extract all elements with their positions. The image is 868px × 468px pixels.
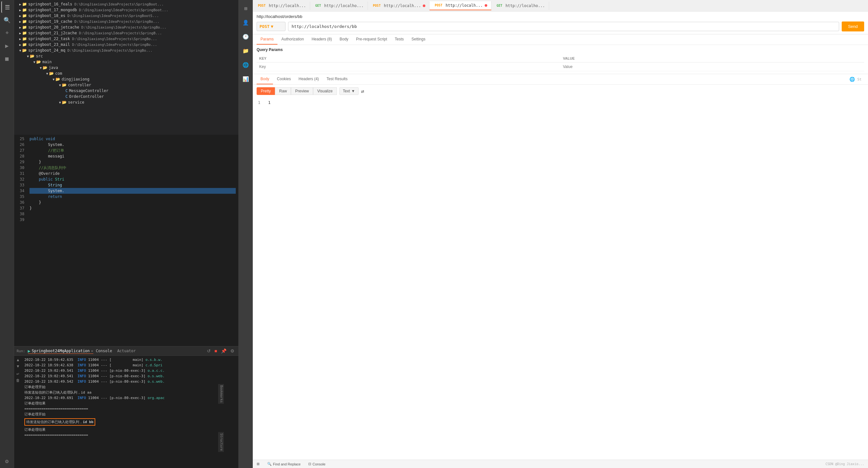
pm-res-tab-headers[interactable]: Headers (4) <box>295 74 323 84</box>
item-path: D:\DingJiaxiong\IdeaProjects\SpringB... <box>77 31 162 35</box>
pm-icon-collections[interactable]: 📁 <box>240 45 251 57</box>
tree-item-com[interactable]: ▼ 📂 com <box>14 70 238 76</box>
pm-tab-4[interactable]: GET http://localho... <box>491 2 549 10</box>
run-restart-btn[interactable]: ↺ <box>206 348 212 354</box>
pm-value-cell[interactable] <box>560 63 864 71</box>
tree-arrow: ▶ <box>19 31 21 35</box>
sidebar-icon-search[interactable]: 🔍 <box>1 14 13 26</box>
tree-item-java[interactable]: ▼ 📂 java <box>14 65 238 70</box>
tree-item-feals[interactable]: ▶ 📁 springboot_16_feals D:\DingJiaxiong\… <box>14 1 238 7</box>
pm-res-tab-cookies[interactable]: Cookies <box>273 74 294 84</box>
tree-item-OrderController[interactable]: C OrderController <box>14 94 238 99</box>
pm-req-tab-auth[interactable]: Authorization <box>277 34 308 44</box>
pm-icon-new[interactable]: ⊞ <box>240 3 251 14</box>
sidebar-icon-debug[interactable]: ▶ <box>1 40 13 51</box>
pm-request-tabs: Params Authorization Headers (8) Body Pr… <box>253 34 868 45</box>
pm-icon-environments[interactable]: 🌐 <box>240 59 251 70</box>
pm-send-button[interactable]: Send <box>842 22 864 31</box>
tree-item-service[interactable]: ▼ 📂 service <box>14 99 238 105</box>
tree-item-mail[interactable]: ▶ 📁 springboot_23_mail D:\DingJiaxiong\I… <box>14 42 238 48</box>
pm-tab-dot-3 <box>485 4 487 7</box>
run-stop-btn[interactable]: ■ <box>213 348 218 354</box>
pm-tab-url-4: http://localho... <box>505 3 545 8</box>
pm-req-tab-headers[interactable]: Headers (8) <box>308 34 336 44</box>
folder-icon: 📂 <box>62 83 67 87</box>
tree-item-src[interactable]: ▼ 📂 src <box>14 53 238 59</box>
structure-bar[interactable]: Structure <box>218 432 224 452</box>
run-app-name[interactable]: ▶ Springboot24MqApplication ✕ <box>28 348 93 354</box>
pm-icon-history[interactable]: 🕐 <box>240 31 251 42</box>
sidebar-icon-settings[interactable]: ⚙ <box>1 455 13 467</box>
folder-icon: 📂 <box>62 100 67 104</box>
tab-console[interactable]: Console <box>96 348 112 354</box>
tree-arrow: ▶ <box>19 3 21 6</box>
code-line-25: public void <box>30 136 236 142</box>
tree-item-jetcache[interactable]: ▶ 📁 springboot_20_jetcache D:\DingJiaxio… <box>14 24 238 30</box>
pm-req-tab-tests[interactable]: Tests <box>391 34 408 44</box>
pm-req-tab-params[interactable]: Params <box>257 34 277 44</box>
pm-res-tab-body[interactable]: Body <box>257 74 273 84</box>
tree-arrow: ▼ <box>27 55 29 58</box>
code-line-33: public Stri <box>30 177 236 182</box>
code-content[interactable]: public void System. //把订单 messagi } //从消… <box>27 135 238 346</box>
pm-toggle-sidebar-btn[interactable]: ⊞ <box>257 462 259 466</box>
code-line-32: @Override <box>30 170 236 177</box>
pm-format-raw[interactable]: Raw <box>275 87 291 95</box>
run-clear-btn[interactable]: 🗑 <box>16 378 21 383</box>
run-pin-btn[interactable]: 📌 <box>220 348 228 354</box>
pm-format-pretty[interactable]: Pretty <box>257 87 275 95</box>
tree-item-es[interactable]: ▶ 📁 springboot_18_es D:\DingJiaxiong\Ide… <box>14 13 238 19</box>
pm-format-preview[interactable]: Preview <box>291 87 313 95</box>
item-path: D:\DingJiaxiong\IdeaProjects\SpringBootS… <box>65 14 159 18</box>
pm-key-cell[interactable] <box>257 63 560 71</box>
bookmarks-bar[interactable]: Bookmarks <box>218 384 224 404</box>
pm-tab-1[interactable]: GET http://localho... <box>310 2 368 10</box>
pm-tab-3[interactable]: POST http://localh... <box>430 1 491 10</box>
pm-req-tab-prerequest[interactable]: Pre-request Script <box>352 34 391 44</box>
pm-icon-profile[interactable]: 👤 <box>240 17 251 28</box>
tree-item-main[interactable]: ▼ 📂 main <box>14 59 238 65</box>
pm-url-input[interactable] <box>288 22 839 31</box>
pm-req-tab-body[interactable]: Body <box>336 34 352 44</box>
log-highlighted-line: 待发送短信的订单已纳入处理队列，id bb <box>24 418 95 426</box>
pm-console-btn[interactable]: ⊡ Console <box>308 462 325 466</box>
sidebar-icon-explorer[interactable]: ☰ <box>1 1 13 13</box>
sidebar-icon-git[interactable]: ⌖ <box>1 27 13 38</box>
tree-item-dingjiaxiong[interactable]: ▼ 📂 dingjiaxiong <box>14 76 238 82</box>
scroll-down-btn[interactable]: ▼ <box>16 364 21 369</box>
log-line: 2022-10-22 18:59:42.638 INFO 11004 --- [… <box>24 363 236 368</box>
sidebar-icon-extensions[interactable]: ■ <box>1 53 13 64</box>
tree-item-mq[interactable]: ▼ 📂 springboot_24_mq D:\DingJiaxiong\Ide… <box>14 48 238 53</box>
tree-arrow: ▼ <box>33 60 35 64</box>
run-app-name-text: Springboot24MqApplication <box>32 349 90 353</box>
pm-find-replace-btn[interactable]: 🔍 Find and Replace <box>267 462 301 466</box>
pm-value-input[interactable] <box>563 64 862 69</box>
pm-icon-monitor[interactable]: 📊 <box>240 73 251 85</box>
tree-item-mongodb[interactable]: ▶ 📁 springboot_17_mongodb D:\DingJiaxion… <box>14 7 238 13</box>
folder-icon: 📂 <box>43 65 48 70</box>
pm-tab-url-3: http://localh... <box>445 3 483 8</box>
pm-req-tab-settings[interactable]: Settings <box>408 34 429 44</box>
pm-format-visualize[interactable]: Visualize <box>313 87 337 95</box>
pm-method-select[interactable]: POST ▼ <box>257 22 285 31</box>
tab-actuator[interactable]: Actuator <box>117 348 136 354</box>
tree-item-MessageController[interactable]: C MessageController <box>14 88 238 94</box>
pm-key-input[interactable] <box>259 64 558 69</box>
scroll-up-btn[interactable]: ▲ <box>16 357 21 363</box>
run-settings-btn[interactable]: ⚙ <box>229 348 236 354</box>
run-wrap-btn[interactable]: ↵ <box>16 371 20 377</box>
item-name: com <box>55 71 62 76</box>
pm-tab-2[interactable]: POST http://localh... <box>368 2 430 10</box>
pm-wrap-icon[interactable]: ⇄ <box>361 88 364 94</box>
pm-res-tab-test-results[interactable]: Test Results <box>323 74 351 84</box>
pm-tab-0[interactable]: POST http://localh... <box>253 2 310 10</box>
console-output[interactable]: 2022-10-22 18:59:42.635 INFO 11004 --- [… <box>22 356 238 468</box>
tree-item-controller[interactable]: ▼ 📂 controller <box>14 82 238 88</box>
ide-sidebar: ☰ 🔍 ⌖ ▶ ■ ⚙ <box>0 0 14 468</box>
tree-item-cache[interactable]: ▶ 📁 springboot_19_cache D:\DingJiaxiong\… <box>14 19 238 24</box>
tree-item-task[interactable]: ▶ 📁 springboot_22_task D:\DingJiaxiong\I… <box>14 36 238 42</box>
run-close-icon[interactable]: ✕ <box>91 349 93 353</box>
run-side-actions: ▲ ▼ ↵ 🗑 <box>14 356 22 468</box>
pm-text-type-dropdown[interactable]: Text ▼ <box>339 87 359 95</box>
tree-item-j2cache[interactable]: ▶ 📁 springboot_21_j2cache D:\DingJiaxion… <box>14 30 238 36</box>
